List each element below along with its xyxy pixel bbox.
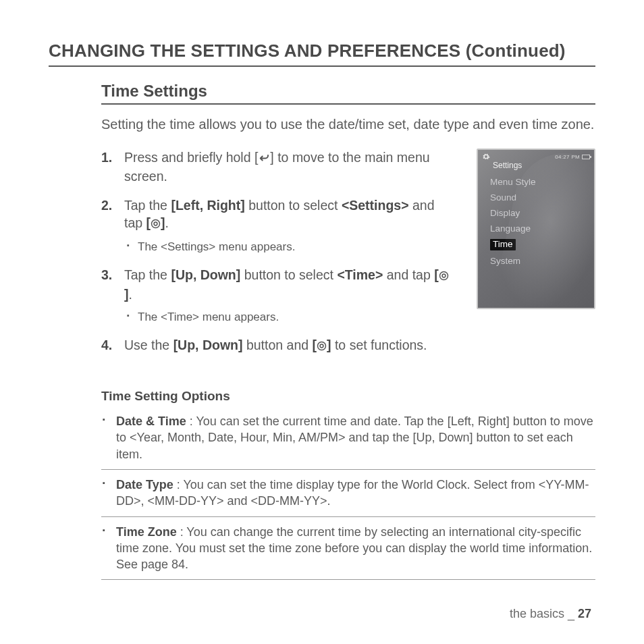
step-text: Press and briefly hold [	[124, 150, 258, 165]
options-list: Date & Time : You can set the current ti…	[101, 413, 595, 580]
device-menu: Menu Style Sound Display Language Time S…	[478, 174, 594, 269]
device-title: Settings	[478, 161, 594, 174]
select-icon	[317, 338, 327, 355]
steps-list: 1. Press and briefly hold [] to move to …	[101, 149, 452, 355]
option-label: Date Type	[116, 478, 173, 491]
step-4: 4. Use the [Up, Down] button and [] to s…	[101, 336, 452, 355]
option-date-type: Date Type : You can set the time display…	[101, 477, 595, 517]
footer-sep: _	[564, 607, 578, 620]
step-bold: [Up, Down]	[173, 338, 243, 352]
step-text: to set functions.	[331, 338, 427, 352]
content-area: Time Settings Setting the time allows yo…	[101, 82, 595, 580]
step-bold: <Time>	[337, 267, 383, 282]
svg-point-5	[320, 344, 323, 348]
option-desc: : You can change the current time by sel…	[116, 525, 592, 572]
page-title: CHANGING THE SETTINGS AND PREFERENCES (C…	[49, 41, 595, 67]
device-screenshot: 04:27 PM Settings Menu Style Sound Displ…	[477, 149, 595, 309]
svg-point-1	[154, 222, 157, 225]
step-bold: <Settings>	[342, 198, 409, 213]
svg-point-4	[318, 342, 326, 350]
step-text: Tap the	[124, 198, 171, 213]
intro-text: Setting the time allows you to use the d…	[101, 115, 595, 134]
device-menu-item-selected: Time	[490, 236, 594, 253]
step-bold: [Left, Right]	[171, 198, 244, 213]
svg-point-2	[439, 272, 448, 280]
option-label: Date & Time	[116, 414, 186, 428]
step-text: .	[129, 287, 132, 302]
svg-point-0	[152, 219, 160, 227]
step-number: 3.	[101, 266, 112, 284]
step-1: 1. Press and briefly hold [] to move to …	[101, 149, 452, 186]
footer-section: the basics	[510, 607, 564, 620]
step-2: 2. Tap the [Left, Right] button to selec…	[101, 196, 452, 256]
option-desc: : You can set the time display type for …	[116, 478, 589, 508]
step-text: and tap	[383, 267, 434, 282]
svg-point-3	[442, 274, 446, 277]
page-number: 27	[578, 607, 591, 620]
step-bold: [Up, Down]	[171, 267, 240, 282]
options-title: Time Setting Options	[101, 389, 595, 404]
option-desc: : You can set the current time and date.…	[116, 414, 593, 461]
step-sub: The <Settings> menu appears.	[127, 240, 452, 255]
step-sub: The <Time> menu appears.	[127, 310, 452, 325]
select-icon	[439, 267, 449, 285]
battery-icon	[582, 155, 590, 159]
device-menu-item: Menu Style	[490, 174, 594, 190]
step-text: button to select	[240, 267, 337, 282]
device-menu-item: Language	[490, 221, 594, 236]
option-date-time: Date & Time : You can set the current ti…	[101, 413, 595, 470]
device-menu-item: Sound	[490, 190, 594, 205]
back-icon	[258, 150, 270, 167]
option-label: Time Zone	[116, 525, 177, 539]
step-text: .	[165, 215, 169, 230]
device-menu-item: System	[490, 253, 594, 269]
section-title: Time Settings	[101, 82, 595, 105]
device-clock: 04:27 PM	[555, 153, 590, 160]
option-time-zone: Time Zone : You can change the current t…	[101, 524, 595, 581]
step-text: button and	[243, 338, 313, 352]
steps-block: 04:27 PM Settings Menu Style Sound Displ…	[101, 149, 595, 355]
step-number: 4.	[101, 336, 112, 354]
step-text: button to select	[245, 198, 342, 213]
step-number: 1.	[101, 149, 112, 166]
page-footer: the basics _ 27	[510, 607, 591, 621]
step-text: Tap the	[124, 267, 171, 282]
gear-icon	[482, 153, 490, 161]
step-3: 3. Tap the [Up, Down] button to select <…	[101, 266, 452, 325]
select-icon	[151, 215, 161, 233]
step-text: Use the	[124, 338, 173, 352]
device-menu-item: Display	[490, 205, 594, 221]
step-number: 2.	[101, 196, 112, 214]
